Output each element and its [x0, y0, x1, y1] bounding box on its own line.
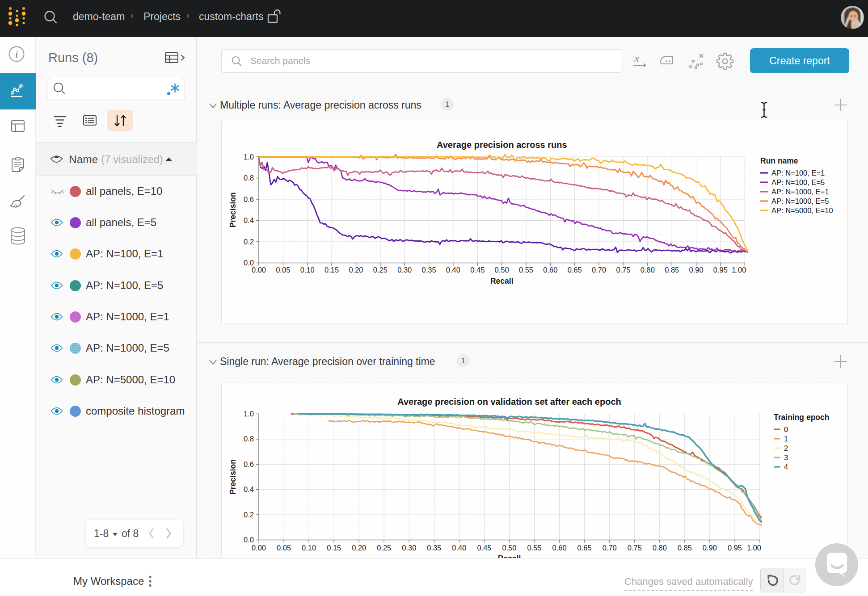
svg-text:Precision: Precision	[228, 192, 237, 227]
svg-text:0.05: 0.05	[276, 266, 290, 274]
svg-text:0.60: 0.60	[543, 266, 557, 274]
svg-text:AP: N=5000, E=10: AP: N=5000, E=10	[771, 206, 833, 214]
svg-text:0.75: 0.75	[628, 544, 642, 552]
svg-text:0.2: 0.2	[244, 238, 254, 246]
svg-text:0.50: 0.50	[495, 266, 509, 274]
svg-text:0.00: 0.00	[252, 544, 266, 552]
svg-text:0.30: 0.30	[397, 266, 412, 274]
svg-text:0.6: 0.6	[244, 195, 254, 203]
svg-text:0.25: 0.25	[377, 544, 391, 552]
svg-text:0.55: 0.55	[527, 544, 541, 552]
svg-text:Average precision on validatio: Average precision on validation set afte…	[397, 397, 621, 407]
svg-text:0.20: 0.20	[349, 266, 363, 274]
svg-text:0.25: 0.25	[373, 266, 388, 274]
svg-text:0.35: 0.35	[427, 544, 441, 552]
svg-text:0.10: 0.10	[300, 266, 315, 274]
svg-text:0.70: 0.70	[603, 544, 617, 552]
svg-text:Average precision across runs: Average precision across runs	[437, 140, 567, 150]
svg-text:0.45: 0.45	[477, 544, 491, 552]
svg-text:1: 1	[784, 435, 788, 443]
svg-text:0.10: 0.10	[302, 544, 316, 552]
svg-text:1.00: 1.00	[732, 266, 746, 274]
svg-text:0.50: 0.50	[502, 544, 516, 552]
svg-text:Training epoch: Training epoch	[774, 413, 829, 422]
svg-text:0.60: 0.60	[552, 544, 567, 552]
svg-text:1.0: 1.0	[244, 410, 254, 418]
svg-text:0.4: 0.4	[244, 485, 254, 493]
svg-text:0.80: 0.80	[640, 266, 655, 274]
svg-text:0.85: 0.85	[678, 544, 692, 552]
svg-text:0.90: 0.90	[689, 266, 704, 274]
svg-text:0.45: 0.45	[470, 266, 485, 274]
svg-text:0.65: 0.65	[568, 266, 582, 274]
svg-text:0.05: 0.05	[277, 544, 291, 552]
svg-text:0.6: 0.6	[244, 460, 254, 468]
svg-text:1.0: 1.0	[244, 153, 254, 161]
svg-text:0.0: 0.0	[244, 536, 254, 544]
svg-text:0.8: 0.8	[244, 174, 254, 182]
svg-text:0.2: 0.2	[244, 511, 254, 519]
svg-text:2: 2	[784, 444, 788, 452]
svg-text:x: x	[634, 53, 640, 65]
svg-text:0.80: 0.80	[653, 544, 667, 552]
svg-text:0.70: 0.70	[592, 266, 606, 274]
svg-text:0.35: 0.35	[422, 266, 436, 274]
svg-text:0.95: 0.95	[713, 266, 728, 274]
svg-text:0.95: 0.95	[728, 544, 742, 552]
svg-text:0.20: 0.20	[352, 544, 366, 552]
svg-text:0.65: 0.65	[577, 544, 592, 552]
svg-text:0.4: 0.4	[244, 216, 254, 224]
svg-text:0.00: 0.00	[252, 266, 266, 274]
svg-text:AP: N=100, E=1: AP: N=100, E=1	[771, 169, 825, 177]
svg-text:AP: N=1000, E=5: AP: N=1000, E=5	[771, 197, 829, 205]
svg-text:0.8: 0.8	[244, 435, 254, 443]
svg-text:Recall: Recall	[490, 277, 514, 285]
svg-text:0.55: 0.55	[519, 266, 533, 274]
svg-text:i: i	[15, 49, 18, 60]
svg-text:0: 0	[784, 425, 788, 433]
svg-text:4: 4	[784, 463, 788, 471]
svg-text:0.15: 0.15	[327, 544, 341, 552]
svg-text:3: 3	[784, 453, 788, 462]
svg-text:Precision: Precision	[228, 459, 237, 495]
svg-text:1.00: 1.00	[747, 544, 761, 552]
svg-text:0.85: 0.85	[665, 266, 679, 274]
svg-text:AP: N=1000, E=1: AP: N=1000, E=1	[771, 188, 829, 196]
svg-text:AP: N=100, E=5: AP: N=100, E=5	[771, 178, 825, 186]
svg-text:0.15: 0.15	[324, 266, 339, 274]
svg-text:0.90: 0.90	[703, 544, 717, 552]
svg-text:0.0: 0.0	[244, 259, 254, 267]
svg-text:0.40: 0.40	[452, 544, 466, 552]
svg-text:0.40: 0.40	[446, 266, 460, 274]
svg-text:0.30: 0.30	[402, 544, 416, 552]
svg-text:0.75: 0.75	[616, 266, 630, 274]
svg-text:Run name: Run name	[760, 156, 798, 165]
